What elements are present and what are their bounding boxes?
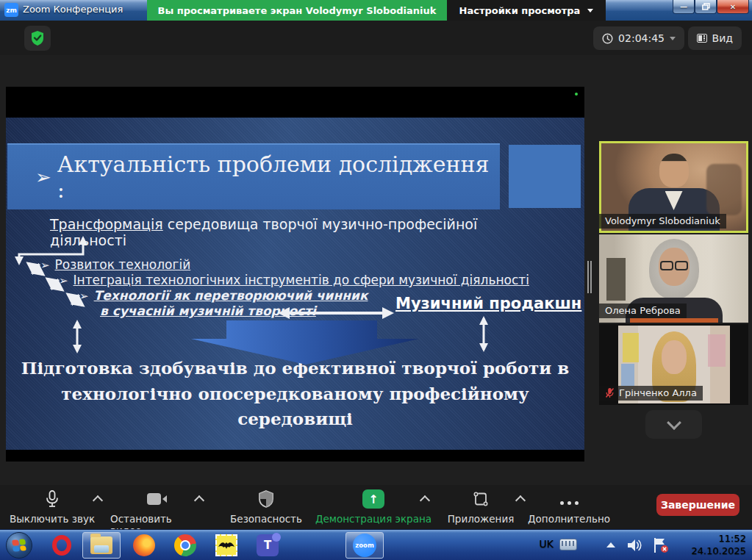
apps-label: Приложения (448, 513, 515, 525)
meeting-toolbar: Выключить звук Остановить видео Безопасн… (0, 485, 752, 529)
bullet-text: Розвиток технологій (55, 257, 191, 272)
slide-bullet-3: ➢Технології як перетворюючий чинник (79, 288, 368, 303)
participant-tile-hrinchenko[interactable]: Грінченко Алла (599, 324, 748, 405)
end-meeting-button[interactable]: Завершение (656, 494, 740, 516)
start-button[interactable] (6, 532, 32, 559)
share-screen-button[interactable]: ↑ Демонстрация экрана (315, 489, 432, 525)
show-hidden-icons-button[interactable] (606, 542, 615, 548)
taskbar-opera-icon[interactable] (43, 532, 81, 559)
glasses (660, 261, 688, 270)
security-button[interactable]: Безопасность (221, 489, 312, 525)
clock-time: 11:52 (678, 532, 746, 545)
security-shield-icon (258, 489, 274, 509)
window-controls: — ✕ (673, 0, 749, 14)
taskbar-zoom-icon[interactable]: zoom (345, 532, 384, 559)
chevron-down-icon (667, 415, 681, 430)
camera-icon (147, 489, 168, 509)
bottom-statement-line2: технологічно опосередкованому професійно… (6, 381, 584, 432)
participant-name-label: Volodymyr Slobodianiuk (599, 214, 726, 229)
taskbar-clock[interactable]: 11:52 24.10.2025 (678, 532, 746, 557)
meeting-header: 02:04:45 Вид (0, 21, 752, 55)
windows-logo-icon (12, 539, 26, 552)
meeting-timer[interactable]: 02:04:45 (593, 26, 684, 50)
slide-title: Актуальність проблеми дослідження : (57, 151, 500, 203)
participant-name: Олена Реброва (605, 305, 681, 316)
mute-label: Выключить звук (10, 513, 95, 525)
shared-screen-slide: ➢ Актуальність проблеми дослідження : Тр… (6, 87, 584, 462)
chevron-down-icon (670, 37, 676, 40)
restore-icon (702, 3, 710, 10)
minimize-button[interactable]: — (673, 0, 695, 14)
screen-share-indicator-dot (575, 93, 578, 96)
mute-button[interactable]: Выключить звук (7, 489, 97, 525)
apps-button[interactable]: Приложения (441, 489, 520, 525)
action-center-flag-icon[interactable] (652, 537, 670, 556)
layout-view-icon (697, 34, 707, 43)
bat-glyph (218, 540, 234, 550)
clock-date: 24.10.2025 (678, 545, 746, 557)
taskbar-firefox-icon[interactable] (125, 532, 163, 559)
zoom-app-window: zm Zoom Конференция Вы просматриваете эк… (0, 0, 752, 560)
slide-title-box: ➢ Актуальність проблеми дослідження : (7, 143, 500, 209)
zoom-app-icon: zm (4, 3, 18, 17)
arrow-bullet-icon: ➢ (79, 290, 89, 303)
slide-bullet-4: в сучасній музичній творчості (100, 304, 316, 318)
muted-mic-icon (605, 387, 615, 398)
slide-bullet-1: ➢Розвиток технологій (40, 257, 190, 272)
more-button[interactable]: Дополнительно (528, 489, 610, 525)
taskbar-chrome-icon[interactable] (166, 532, 204, 559)
participant-name: Грінченко Алла (619, 387, 697, 398)
slide-bullet-2: ➢Інтеграція технологічних інструментів д… (59, 273, 529, 287)
microphone-icon (45, 489, 60, 509)
clock-icon (602, 33, 613, 44)
apps-icon (472, 489, 490, 509)
window-titlebar: zm Zoom Конференция Вы просматриваете эк… (0, 0, 752, 21)
taskbar-teams-icon[interactable]: T (248, 532, 287, 559)
share-screen-label: Демонстрация экрана (315, 513, 431, 525)
view-label: Вид (712, 32, 733, 44)
taskbar-explorer-icon[interactable] (82, 532, 121, 559)
security-label: Безопасность (230, 513, 302, 525)
keyboard-layout-icon[interactable] (559, 539, 577, 550)
slide-decorative-box (509, 145, 581, 208)
chevron-down-icon (587, 9, 593, 12)
more-label: Дополнительно (528, 513, 610, 525)
participant-name: Volodymyr Slobodianiuk (605, 215, 720, 226)
transformation-word: Трансформація (50, 216, 163, 232)
view-button[interactable]: Вид (688, 26, 742, 50)
view-settings-dropdown[interactable]: Настройки просмотра (447, 0, 606, 21)
bullet-text: Технології як перетворюючий чинник (94, 288, 368, 303)
language-indicator[interactable]: UK (540, 538, 554, 550)
participant-tile-olena[interactable]: Олена Реброва (599, 234, 748, 323)
main-content: ➢ Актуальність проблеми дослідження : Тр… (0, 55, 752, 485)
bullet-text: в сучасній музичній творчості (100, 304, 316, 318)
participant-name-label: Грінченко Алла (599, 386, 703, 401)
collapse-participants-button[interactable] (645, 410, 702, 439)
viewing-screen-banner: Вы просматриваете экран Volodymyr Slobod… (147, 0, 447, 21)
volume-icon[interactable] (627, 538, 643, 556)
more-dots-icon (560, 489, 579, 509)
panel-resize-handle[interactable] (587, 261, 593, 293)
bottom-statement-line1: Підготовка здобувачів до ефективної твор… (6, 356, 584, 381)
arrow-bullet-icon: ➢ (59, 274, 68, 287)
arrow-bullet-icon: ➢ (35, 166, 51, 188)
close-button[interactable]: ✕ (717, 0, 749, 14)
shield-check-icon (30, 30, 45, 46)
slide-transformation-line: Трансформація середовища творчої музично… (50, 216, 550, 248)
security-shield-button[interactable] (24, 26, 51, 51)
taskbar-thebat-icon[interactable] (207, 532, 246, 559)
timer-value: 02:04:45 (618, 32, 665, 44)
windows-taskbar: T zoom UK 11:52 24.10.2025 (0, 529, 752, 560)
view-settings-label: Настройки просмотра (459, 5, 581, 16)
restore-button[interactable] (695, 0, 717, 14)
arrow-bullet-icon: ➢ (40, 259, 50, 272)
slide-production-label: Музичний продакшн (395, 295, 581, 312)
participant-name-label: Олена Реброва (599, 304, 687, 318)
slide-bottom-statement: Підготовка здобувачів до ефективної твор… (6, 356, 584, 432)
participant-tile-volodymyr[interactable]: Volodymyr Slobodianiuk (599, 141, 748, 233)
share-screen-icon: ↑ (362, 489, 384, 509)
bullet-text: Інтеграція технологічних інструментів до… (74, 273, 529, 287)
window-title: Zoom Конференция (23, 4, 123, 15)
